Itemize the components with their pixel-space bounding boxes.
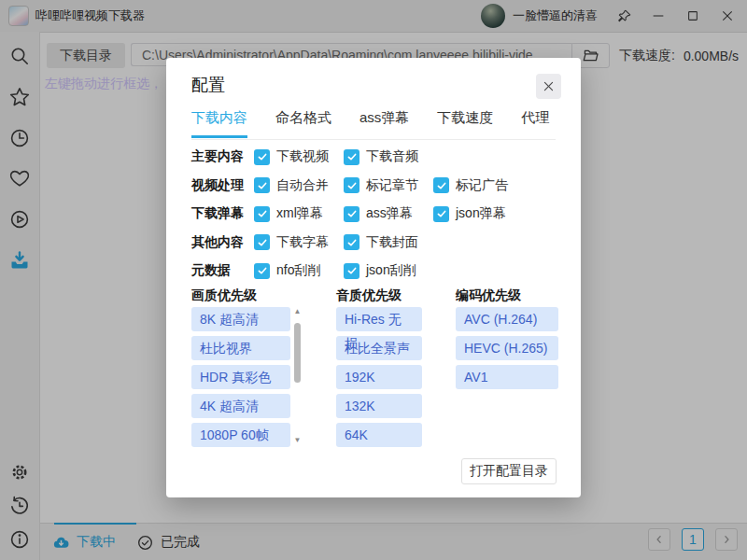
checkbox-download-cover[interactable]: 下载封面 — [344, 234, 433, 251]
quality-item[interactable]: 4K 超高清 — [191, 394, 290, 418]
app-window: 哔哩哔哩视频下载器 一脸懵逼的清喜 — [0, 0, 747, 560]
checkbox-rows: 主要内容 下载视频 下载音频 视频处理 自动合并 标记章节 标记广告 下载弹幕 … — [191, 143, 556, 286]
checked-checkbox-icon — [344, 206, 359, 222]
checked-checkbox-icon — [433, 206, 449, 222]
tab-download-content[interactable]: 下载内容 — [191, 109, 247, 138]
tab-naming-format[interactable]: 命名格式 — [275, 109, 331, 138]
codec-item[interactable]: AV1 — [456, 365, 558, 389]
row-video-processing: 视频处理 自动合并 标记章节 标记广告 — [191, 172, 556, 201]
quality-item[interactable]: HDR 真彩色 — [191, 365, 290, 389]
checked-checkbox-icon — [344, 149, 359, 165]
audio-item[interactable]: 杜比全景声 — [336, 336, 422, 360]
checkbox-xml-danmaku[interactable]: xml弹幕 — [254, 205, 344, 222]
audio-item[interactable]: 132K — [336, 394, 422, 418]
row-download-danmaku: 下载弹幕 xml弹幕 ass弹幕 json弹幕 — [191, 200, 556, 229]
audio-item[interactable]: 64K — [336, 423, 422, 447]
dialog-title: 配置 — [191, 74, 225, 96]
scroll-up-icon[interactable]: ▲ — [291, 307, 303, 316]
row-metadata: 元数据 nfo刮削 json刮削 — [191, 257, 556, 286]
audio-item[interactable]: 192K — [336, 365, 422, 389]
checked-checkbox-icon — [254, 149, 270, 165]
codec-item[interactable]: HEVC (H.265) — [456, 336, 558, 360]
quality-item[interactable]: 1080P 60帧 — [191, 423, 290, 447]
tabs-divider — [191, 139, 556, 140]
close-icon — [542, 79, 556, 93]
codec-priority: 编码优先级 AVC (H.264) HEVC (H.265) AV1 — [456, 287, 558, 394]
checked-checkbox-icon — [254, 263, 270, 279]
checked-checkbox-icon — [344, 263, 359, 279]
checked-checkbox-icon — [254, 234, 270, 250]
checkbox-nfo-scrape[interactable]: nfo刮削 — [254, 262, 344, 279]
checkbox-download-audio[interactable]: 下载音频 — [344, 148, 433, 165]
quality-item[interactable]: 8K 超高清 — [191, 307, 290, 331]
row-main-content: 主要内容 下载视频 下载音频 — [191, 143, 556, 172]
checkbox-json-danmaku[interactable]: json弹幕 — [433, 205, 523, 222]
scrollbar-thumb[interactable] — [294, 323, 301, 383]
checked-checkbox-icon — [254, 206, 270, 222]
tab-proxy[interactable]: 代理 — [521, 109, 549, 138]
tab-ass-danmaku[interactable]: ass弹幕 — [359, 109, 409, 138]
config-dialog: 配置 下载内容 命名格式 ass弹幕 下载速度 代理 主要内容 下载视频 下载音… — [166, 58, 581, 497]
codec-item[interactable]: AVC (H.264) — [456, 307, 558, 331]
checked-checkbox-icon — [254, 177, 270, 193]
checked-checkbox-icon — [433, 177, 449, 193]
scroll-down-icon[interactable]: ▼ — [291, 436, 303, 445]
checkbox-download-video[interactable]: 下载视频 — [254, 148, 344, 165]
quality-scrollbar: ▲ ▼ — [291, 307, 303, 445]
close-dialog-button[interactable] — [536, 74, 561, 99]
checked-checkbox-icon — [344, 177, 359, 193]
checkbox-auto-merge[interactable]: 自动合并 — [254, 177, 344, 194]
dialog-tabs: 下载内容 命名格式 ass弹幕 下载速度 代理 — [191, 109, 549, 138]
checkbox-mark-ads[interactable]: 标记广告 — [433, 177, 523, 194]
audio-item[interactable]: Hi-Res 无损 — [336, 307, 422, 331]
tab-download-speed[interactable]: 下载速度 — [437, 109, 493, 138]
checkbox-json-scrape[interactable]: json刮削 — [344, 262, 433, 279]
checkbox-mark-chapters[interactable]: 标记章节 — [344, 177, 433, 194]
checked-checkbox-icon — [344, 234, 359, 250]
checkbox-download-subtitles[interactable]: 下载字幕 — [254, 234, 344, 251]
audio-quality-priority: 音质优先级 Hi-Res 无损 杜比全景声 192K 132K 64K — [336, 287, 422, 452]
checkbox-ass-danmaku[interactable]: ass弹幕 — [344, 205, 433, 222]
video-quality-priority: 画质优先级 8K 超高清 杜比视界 HDR 真彩色 4K 超高清 1080P 6… — [191, 287, 303, 452]
open-config-dir-button[interactable]: 打开配置目录 — [461, 458, 557, 484]
quality-item[interactable]: 杜比视界 — [191, 336, 290, 360]
row-other-content: 其他内容 下载字幕 下载封面 — [191, 229, 556, 258]
